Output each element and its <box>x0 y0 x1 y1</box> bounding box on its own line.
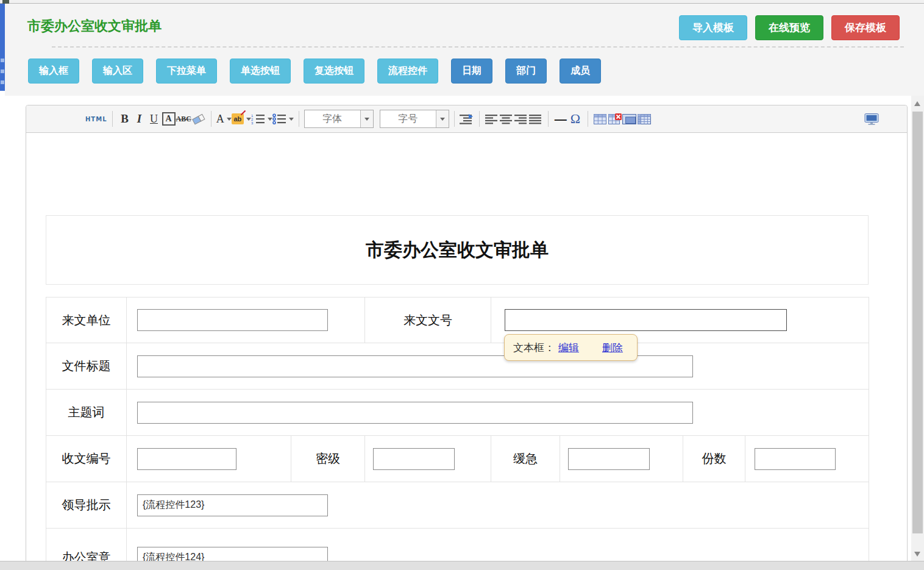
table-properties-icon <box>622 114 636 124</box>
scroll-up-arrow-icon[interactable] <box>914 101 920 106</box>
align-center-icon <box>500 114 513 124</box>
online-preview-button[interactable]: 在线预览 <box>755 15 823 40</box>
editor-toolbar: HTML B I U A ABC A ab 1 2 <box>26 105 907 133</box>
copies-input[interactable] <box>755 448 836 470</box>
subject-words-label: 主题词 <box>46 390 127 436</box>
table-row: 收文编号 密级 缓急 份数 <box>46 436 869 482</box>
font-family-select[interactable]: 字体 <box>304 110 374 128</box>
font-color-button[interactable]: A <box>216 110 232 128</box>
select-arrow[interactable] <box>436 110 449 127</box>
html-source-button[interactable]: HTML <box>85 110 107 128</box>
table-row: 主题词 <box>46 390 869 436</box>
widget-department-button[interactable]: 部门 <box>505 59 547 84</box>
form-table: 来文单位 来文文号 文件标题 主题词 收文编号 密级 缓急 份数 领导批示 <box>46 297 869 570</box>
toolbar-separator <box>211 111 211 127</box>
ordered-list-icon: 1 2 3 <box>251 113 265 124</box>
urgency-input[interactable] <box>568 448 650 470</box>
italic-button[interactable]: I <box>132 110 147 128</box>
widget-dropdown-button[interactable]: 下拉菜单 <box>156 59 217 84</box>
copies-label: 份数 <box>683 436 745 482</box>
header-actions: 导入模板 在线预览 保存模板 <box>679 15 900 40</box>
scroll-down-arrow-icon[interactable] <box>914 552 920 557</box>
table-icon <box>594 114 606 124</box>
indent-button[interactable] <box>460 110 474 128</box>
widget-date-button[interactable]: 日期 <box>451 59 492 84</box>
leader-comments-input[interactable] <box>137 494 328 516</box>
secrecy-input[interactable] <box>373 448 455 470</box>
toolbar-separator <box>112 111 113 127</box>
save-template-button[interactable]: 保存模板 <box>831 15 900 40</box>
ordered-list-button[interactable]: 1 2 3 <box>251 110 272 128</box>
edit-link[interactable]: 编辑 <box>558 341 579 355</box>
align-right-button[interactable] <box>514 110 528 128</box>
select-arrow[interactable] <box>360 110 373 127</box>
table-delete-icon <box>608 113 622 124</box>
page-title: 市委办公室收文审批单 <box>27 17 162 35</box>
table-properties-button[interactable] <box>622 110 637 128</box>
incoming-unit-input[interactable] <box>137 309 328 331</box>
page-header: 市委办公室收文审批单 导入模板 在线预览 保存模板 输入框 输入区 下拉菜单 单… <box>5 4 924 96</box>
toolbar-separator <box>479 111 480 127</box>
align-left-button[interactable] <box>485 110 499 128</box>
table-row: 文件标题 <box>46 343 869 390</box>
table-row: 领导批示 <box>46 482 869 529</box>
bottom-scroll-strip[interactable] <box>0 561 924 570</box>
align-center-button[interactable] <box>499 110 514 128</box>
font-size-value: 字号 <box>380 113 436 126</box>
table-row: 来文单位 来文文号 <box>46 297 869 343</box>
caret-down-icon <box>227 118 232 121</box>
align-justify-icon <box>529 114 542 124</box>
app-window: 市委办公室收文审批单 导入模板 在线预览 保存模板 输入框 输入区 下拉菜单 单… <box>0 0 924 570</box>
special-character-button[interactable]: Ω <box>568 110 583 128</box>
leader-comments-label: 领导批示 <box>46 482 127 529</box>
textbox-context-tooltip: 文本框： 编辑 删除 <box>504 334 638 361</box>
delete-table-button[interactable] <box>608 110 622 128</box>
align-left-icon <box>485 114 499 124</box>
vertical-scrollbar[interactable] <box>911 96 924 570</box>
align-justify-button[interactable] <box>528 110 543 128</box>
incoming-number-input[interactable] <box>505 309 787 331</box>
strikethrough-button[interactable]: ABC <box>176 110 191 128</box>
header-divider <box>52 46 904 48</box>
bold-button[interactable]: B <box>118 110 132 128</box>
background-color-button[interactable]: A <box>162 110 176 128</box>
doc-title-label: 文件标题 <box>46 343 127 390</box>
scrollbar-thumb[interactable] <box>912 112 923 533</box>
background-window-edge <box>0 4 5 91</box>
caret-down-icon <box>246 118 251 121</box>
form-title-box: 市委办公室收文审批单 <box>46 215 869 285</box>
cell-properties-button[interactable] <box>637 110 652 128</box>
fullscreen-button[interactable] <box>864 110 879 128</box>
underline-button[interactable]: U <box>147 110 162 128</box>
widget-radio-button[interactable]: 单选按钮 <box>230 59 291 84</box>
toolbar-separator <box>299 111 299 127</box>
eraser-icon <box>191 113 206 125</box>
widget-member-button[interactable]: 成员 <box>560 59 601 84</box>
receipt-number-label: 收文编号 <box>46 436 127 482</box>
import-template-button[interactable]: 导入模板 <box>679 15 747 40</box>
horizontal-rule-button[interactable]: — <box>553 110 568 128</box>
monitor-icon <box>864 113 879 125</box>
tooltip-label: 文本框： <box>513 341 555 355</box>
cell-properties-icon <box>638 114 651 124</box>
delete-link[interactable]: 删除 <box>602 341 623 355</box>
font-family-value: 字体 <box>305 113 360 126</box>
widget-toolbar: 输入框 输入区 下拉菜单 单选按钮 复选按钮 流程控件 日期 部门 成员 <box>28 59 601 84</box>
widget-flow-control-button[interactable]: 流程控件 <box>377 59 438 84</box>
edge-mark-icon <box>1 59 4 62</box>
receipt-number-input[interactable] <box>137 448 236 470</box>
widget-input-box-button[interactable]: 输入框 <box>28 59 79 84</box>
insert-table-button[interactable] <box>593 110 608 128</box>
unordered-list-button[interactable] <box>272 110 294 128</box>
widget-textarea-button[interactable]: 输入区 <box>92 59 143 84</box>
remove-format-button[interactable] <box>191 110 206 128</box>
highlight-color-button[interactable]: ab <box>232 110 251 128</box>
secrecy-label: 密级 <box>291 436 365 482</box>
font-size-select[interactable]: 字号 <box>380 110 449 128</box>
widget-checkbox-button[interactable]: 复选按钮 <box>304 59 364 84</box>
align-right-icon <box>514 114 528 124</box>
subject-words-input[interactable] <box>137 402 693 424</box>
indent-icon <box>460 114 474 124</box>
incoming-number-label: 来文文号 <box>365 297 491 343</box>
toolbar-separator <box>454 111 455 127</box>
